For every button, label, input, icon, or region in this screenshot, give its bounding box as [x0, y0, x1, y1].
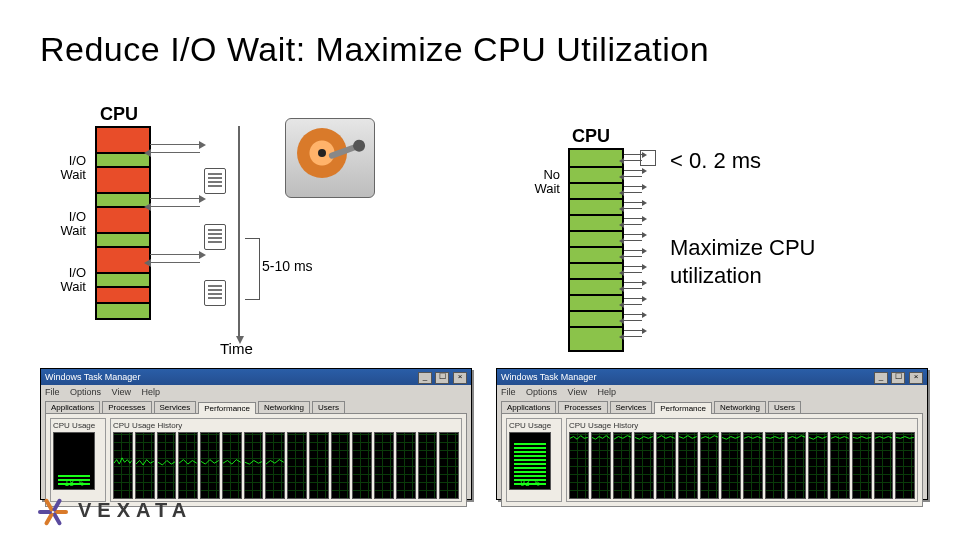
cpu-usage-meter: 18 %	[53, 432, 95, 490]
cpu-usage-pct: 93 %	[510, 479, 550, 488]
tab-networking[interactable]: Networking	[714, 401, 766, 413]
document-icon-3	[204, 280, 226, 306]
tab-applications[interactable]: Applications	[45, 401, 100, 413]
benefit-annotation: Maximize CPUutilization	[670, 234, 815, 289]
tab-users[interactable]: Users	[312, 401, 345, 413]
arrow-back-1	[150, 152, 200, 153]
cpu-history-label: CPU Usage History	[569, 421, 915, 430]
brand-name: VEXATA	[78, 499, 192, 522]
menu-options[interactable]: Options	[526, 387, 557, 397]
close-button[interactable]: ×	[909, 372, 923, 384]
tab-services[interactable]: Services	[154, 401, 197, 413]
taskmgr-titlebar: Windows Task Manager _ ☐ ×	[497, 369, 927, 385]
menu-options[interactable]: Options	[70, 387, 101, 397]
tab-users[interactable]: Users	[768, 401, 801, 413]
taskmgr-high: Windows Task Manager _ ☐ × File Options …	[496, 368, 928, 500]
cpu-history-group: CPU Usage History	[566, 418, 918, 502]
brand-logo: VEXATA	[40, 496, 192, 524]
tab-processes[interactable]: Processes	[102, 401, 151, 413]
tab-services[interactable]: Services	[610, 401, 653, 413]
tab-applications[interactable]: Applications	[501, 401, 556, 413]
cpu-history-label: CPU Usage History	[113, 421, 459, 430]
slide-title: Reduce I/O Wait: Maximize CPU Utilizatio…	[40, 30, 709, 69]
menu-help[interactable]: Help	[597, 387, 616, 397]
arrow-out-2	[150, 198, 200, 199]
cpu-usage-label: CPU Usage	[53, 421, 103, 430]
taskmgr-menu[interactable]: File Options View Help	[41, 385, 471, 399]
cpu-history-graphs	[113, 432, 459, 499]
taskmgr-low: Windows Task Manager _ ☐ × File Options …	[40, 368, 472, 500]
cpu-history-graphs	[569, 432, 915, 499]
cpu-usage-group: CPU Usage 93 %	[506, 418, 562, 502]
minimize-button[interactable]: _	[874, 372, 888, 384]
taskmgr-titlebar: Windows Task Manager _ ☐ ×	[41, 369, 471, 385]
maximize-button[interactable]: ☐	[891, 372, 905, 384]
cpu-usage-group: CPU Usage 18 %	[50, 418, 106, 502]
taskmgr-tabs: Applications Processes Services Performa…	[497, 401, 927, 413]
menu-view[interactable]: View	[112, 387, 131, 397]
menu-file[interactable]: File	[45, 387, 60, 397]
tab-networking[interactable]: Networking	[258, 401, 310, 413]
arrow-back-3	[150, 262, 200, 263]
time-axis	[238, 126, 240, 336]
cpu-usage-meter: 93 %	[509, 432, 551, 490]
cpu-label-left: CPU	[100, 104, 138, 125]
close-button[interactable]: ×	[453, 372, 467, 384]
brand-mark-icon	[40, 496, 68, 524]
menu-file[interactable]: File	[501, 387, 516, 397]
maximize-button[interactable]: ☐	[435, 372, 449, 384]
cpu-history-group: CPU Usage History	[110, 418, 462, 502]
hard-disk-icon	[285, 118, 375, 198]
document-icon-2	[204, 224, 226, 250]
tab-processes[interactable]: Processes	[558, 401, 607, 413]
arrow-back-2	[150, 206, 200, 207]
arrow-out-3	[150, 254, 200, 255]
cpu-label-right: CPU	[572, 126, 610, 147]
time-axis-label: Time	[220, 340, 253, 357]
cpu-timeline-left	[95, 126, 151, 320]
arrow-out-1	[150, 144, 200, 145]
menu-view[interactable]: View	[568, 387, 587, 397]
minimize-button[interactable]: _	[418, 372, 432, 384]
taskmgr-menu[interactable]: File Options View Help	[497, 385, 927, 399]
latency-bracket-label: 5-10 ms	[262, 258, 313, 274]
tab-performance[interactable]: Performance	[654, 402, 712, 414]
cpu-usage-label: CPU Usage	[509, 421, 559, 430]
taskmgr-title: Windows Task Manager	[45, 372, 140, 382]
menu-help[interactable]: Help	[141, 387, 160, 397]
fast-io-arrows	[624, 150, 654, 346]
tab-performance[interactable]: Performance	[198, 402, 256, 414]
annotation-marker	[640, 150, 656, 166]
no-wait-label: NoWait	[516, 168, 560, 195]
taskmgr-title: Windows Task Manager	[501, 372, 596, 382]
document-icon-1	[204, 168, 226, 194]
latency-annotation: < 0. 2 ms	[670, 148, 761, 174]
latency-bracket	[245, 238, 260, 300]
taskmgr-tabs: Applications Processes Services Performa…	[41, 401, 471, 413]
io-wait-label-1: I/OWait	[40, 154, 86, 181]
io-wait-label-2: I/OWait	[40, 210, 86, 237]
io-wait-label-3: I/OWait	[40, 266, 86, 293]
cpu-usage-pct: 18 %	[54, 479, 94, 488]
cpu-timeline-right	[568, 148, 624, 352]
